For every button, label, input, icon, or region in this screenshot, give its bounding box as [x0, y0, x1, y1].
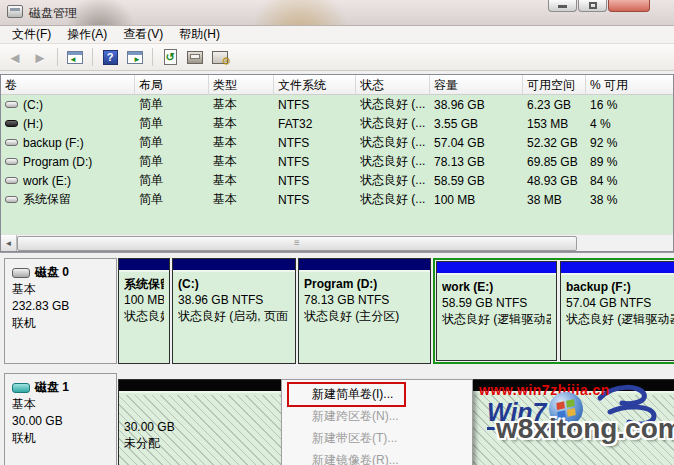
cell-capacity: 58.59 GB — [430, 174, 523, 188]
primary-partition-bar — [173, 259, 295, 272]
menu-help[interactable]: 帮助(H) — [171, 25, 228, 44]
disk-icon — [12, 268, 30, 278]
cell-fs: NTFS — [274, 136, 356, 150]
menu-view[interactable]: 查看(V) — [115, 25, 171, 44]
table-row-work[interactable]: work (E:) 简单 基本 NTFS 状态良好 (... 58.59 GB … — [1, 171, 673, 190]
show-action-pane-button[interactable]: ► — [124, 47, 146, 67]
partition-size: 38.96 GB NTFS — [178, 292, 290, 308]
extended-partition-outline: work (E:) 58.59 GB NTFS 状态良好 (逻辑驱动器 back… — [433, 258, 674, 364]
cell-fs: NTFS — [274, 155, 356, 169]
cell-free: 38 MB — [523, 193, 586, 207]
column-header-filesystem[interactable]: 文件系统 — [274, 75, 356, 95]
partition-backup-f[interactable]: backup (F:) 57.04 GB NTFS 状态良好 (逻辑驱动器 — [560, 261, 674, 361]
disk1-info-panel[interactable]: 磁盘 1 基本 30.00 GB 联机 — [4, 373, 117, 465]
cell-layout: 简单 — [135, 172, 209, 189]
table-row-c[interactable]: (C:) 简单 基本 NTFS 状态良好 (... 38.96 GB 6.23 … — [1, 95, 673, 114]
horizontal-scrollbar[interactable]: ◄ — [1, 234, 673, 251]
cell-type: 基本 — [209, 191, 274, 208]
volume-list-header: 卷 布局 类型 文件系统 状态 容量 可用空间 % 可用 — [1, 75, 673, 95]
disk0-info-panel[interactable]: 磁盘 0 基本 232.83 GB 联机 — [4, 258, 117, 364]
partition-name: Program (D:) — [304, 276, 425, 292]
watermark-win7zhijia: www.win7zhijia.cn — [479, 382, 610, 398]
disk-settings-button[interactable] — [209, 47, 231, 67]
table-row-program[interactable]: Program (D:) 简单 基本 NTFS 状态良好 (... 78.13 … — [1, 152, 673, 171]
partition-status: 状态良好 (系统 — [124, 308, 164, 324]
disk0-kind: 基本 — [12, 281, 109, 298]
back-button[interactable]: ◄ — [4, 47, 26, 67]
menu-item-new-mirrored-volume: 新建镜像卷(R)... — [284, 449, 470, 465]
partition-work-e[interactable]: work (E:) 58.59 GB NTFS 状态良好 (逻辑驱动器 — [436, 261, 557, 361]
primary-partition-bar — [299, 259, 430, 272]
show-console-tree-button[interactable]: ◄ — [64, 47, 86, 67]
logical-drive-bar — [561, 262, 674, 275]
forward-arrow-icon: ► — [33, 49, 48, 66]
cell-free: 52.32 GB — [523, 136, 586, 150]
cell-volume: work (E:) — [23, 174, 71, 188]
table-row-h[interactable]: (H:) 简单 基本 FAT32 状态良好 (... 3.55 GB 153 M… — [1, 114, 673, 133]
partition-c[interactable]: (C:) 38.96 GB NTFS 状态良好 (启动, 页面 — [172, 258, 296, 364]
partition-status: 状态良好 (启动, 页面 — [178, 308, 290, 324]
cell-layout: 简单 — [135, 115, 209, 132]
menu-item-new-simple-volume[interactable]: 新建简单卷(I)... — [284, 383, 470, 405]
help-button[interactable]: ? — [99, 47, 121, 67]
minimize-icon — [558, 5, 567, 8]
back-arrow-icon: ◄ — [8, 49, 23, 66]
cell-volume: backup (F:) — [23, 136, 84, 150]
properties-button[interactable] — [184, 47, 206, 67]
table-row-system-reserved[interactable]: 系统保留 简单 基本 NTFS 状态良好 (... 100 MB 38 MB 3… — [1, 190, 673, 209]
minimize-button[interactable] — [548, 0, 577, 12]
partition-size: 100 MB NTFS — [124, 292, 164, 308]
maximize-button[interactable] — [578, 0, 607, 12]
partition-status: 状态良好 (逻辑驱动器 — [566, 311, 674, 327]
disk1-kind: 基本 — [12, 396, 109, 413]
partition-name: 系统保留 — [124, 276, 164, 292]
cell-capacity: 3.55 GB — [430, 117, 523, 131]
cell-fs: NTFS — [274, 193, 356, 207]
cell-free: 69.85 GB — [523, 155, 586, 169]
column-header-free-space[interactable]: 可用空间 — [523, 75, 586, 95]
menu-file[interactable]: 文件(F) — [4, 25, 59, 44]
help-icon: ? — [103, 50, 118, 65]
cell-status: 状态良好 (... — [356, 172, 430, 189]
disk1-size: 30.00 GB — [12, 413, 109, 430]
cell-type: 基本 — [209, 172, 274, 189]
cell-pct: 16 % — [586, 98, 674, 112]
disk0-status: 联机 — [12, 315, 109, 332]
disk-icon — [12, 383, 30, 393]
column-header-status[interactable]: 状态 — [356, 75, 430, 95]
close-button[interactable] — [608, 0, 650, 12]
menu-action[interactable]: 操作(A) — [59, 25, 115, 44]
toolbar-separator — [152, 48, 153, 66]
cell-type: 基本 — [209, 115, 274, 132]
volume-list: 卷 布局 类型 文件系统 状态 容量 可用空间 % 可用 (C:) 简单 基本 … — [0, 74, 674, 252]
menu-item-new-spanned-volume: 新建跨区卷(N)... — [284, 405, 470, 427]
column-header-capacity[interactable]: 容量 — [430, 75, 523, 95]
scroll-left-arrow[interactable]: ◄ — [1, 235, 17, 252]
column-header-type[interactable]: 类型 — [209, 75, 274, 95]
partition-status: 状态良好 (主分区) — [304, 308, 425, 324]
partition-program-d[interactable]: Program (D:) 78.13 GB NTFS 状态良好 (主分区) — [298, 258, 431, 364]
primary-partition-bar — [119, 259, 169, 272]
drive-icon — [5, 139, 18, 146]
partition-system-reserved[interactable]: 系统保留 100 MB NTFS 状态良好 (系统 — [118, 258, 170, 364]
disk0-strip: 系统保留 100 MB NTFS 状态良好 (系统 (C:) 38.96 GB … — [118, 258, 674, 364]
column-header-layout[interactable]: 布局 — [135, 75, 209, 95]
cell-volume: (C:) — [23, 98, 43, 112]
cell-type: 基本 — [209, 153, 274, 170]
forward-button[interactable]: ► — [29, 47, 51, 67]
drive-icon — [5, 120, 18, 127]
cell-volume: Program (D:) — [23, 155, 92, 169]
console-tree-icon: ◄ — [67, 51, 83, 64]
drive-icon — [5, 158, 18, 165]
window-title: 磁盘管理 — [29, 5, 77, 22]
table-row-backup[interactable]: backup (F:) 简单 基本 NTFS 状态良好 (... 57.04 G… — [1, 133, 673, 152]
scrollbar-thumb[interactable] — [17, 236, 577, 251]
column-header-pct-free[interactable]: % 可用 — [586, 75, 674, 95]
toolbar-separator — [57, 48, 58, 66]
partition-name: work (E:) — [442, 279, 551, 295]
action-pane-icon: ► — [127, 51, 143, 64]
column-header-volume[interactable]: 卷 — [1, 75, 135, 95]
title-bar: 磁盘管理 — [0, 0, 674, 26]
refresh-button[interactable]: ↺ — [159, 47, 181, 67]
toolbar: ◄ ► ◄ ? ► ↺ — [0, 44, 674, 71]
